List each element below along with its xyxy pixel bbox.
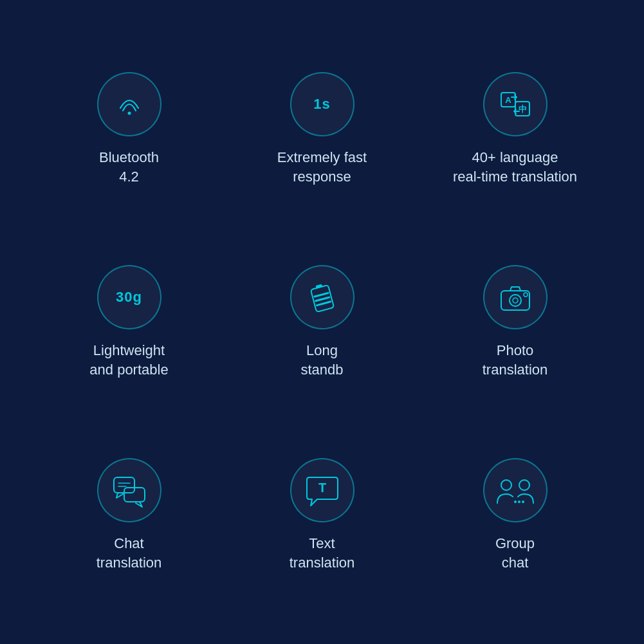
svg-text:中: 中: [518, 104, 526, 114]
feature-bluetooth: Bluetooth 4.2: [33, 33, 226, 226]
chat-translation-label: Chat translation: [97, 534, 162, 572]
bluetooth-icon-circle: [97, 72, 161, 136]
fast-response-label: Extremely fast response: [277, 148, 367, 186]
group-chat-label: Group chat: [495, 534, 535, 572]
svg-point-12: [513, 298, 518, 303]
1s-icon: 1s: [313, 96, 330, 113]
lightweight-label: Lightweight and portable: [89, 341, 168, 379]
svg-point-0: [127, 111, 131, 115]
feature-lightweight: 30g Lightweight and portable: [33, 226, 226, 419]
svg-text:T: T: [318, 481, 326, 495]
lightweight-icon-circle: 30g: [97, 265, 161, 329]
photo-translation-label: Photo translation: [483, 341, 548, 379]
text-translation-label: Text translation: [290, 534, 355, 572]
svg-line-9: [314, 293, 327, 297]
text-translate-icon-circle: T: [290, 458, 354, 522]
feature-long-standby: Long standb: [226, 226, 419, 419]
battery-icon-circle: [290, 265, 354, 329]
camera-icon-circle: [483, 265, 547, 329]
long-standby-label: Long standb: [300, 341, 343, 379]
feature-language-translation: A 中 40+ language real-time translation: [419, 33, 612, 226]
svg-point-19: [501, 480, 511, 490]
svg-point-11: [510, 295, 521, 306]
group-chat-icon-circle: [483, 458, 547, 522]
feature-fast-response: 1s Extremely fast response: [226, 33, 419, 226]
feature-photo-translation: Photo translation: [419, 226, 612, 419]
svg-point-13: [524, 293, 528, 297]
fast-response-icon-circle: 1s: [290, 72, 354, 136]
chat-icon-circle: [97, 458, 161, 522]
bluetooth-label: Bluetooth 4.2: [99, 148, 159, 186]
svg-rect-10: [501, 291, 529, 310]
svg-line-8: [315, 297, 329, 301]
svg-line-7: [317, 302, 330, 306]
svg-text:A: A: [505, 95, 511, 105]
svg-rect-6: [315, 284, 322, 288]
translate-icon-circle: A 中: [483, 72, 547, 136]
feature-text-translation: T Text translation: [226, 419, 419, 612]
svg-point-21: [514, 501, 517, 503]
30g-icon: 30g: [116, 289, 142, 306]
feature-chat-translation: Chat translation: [33, 419, 226, 612]
language-translation-label: 40+ language real-time translation: [453, 148, 577, 186]
feature-group-chat: Group chat: [419, 419, 612, 612]
svg-point-22: [518, 501, 520, 503]
features-grid: Bluetooth 4.2 1s Extremely fast response…: [33, 33, 612, 612]
svg-point-20: [519, 480, 529, 490]
svg-point-23: [522, 501, 524, 503]
